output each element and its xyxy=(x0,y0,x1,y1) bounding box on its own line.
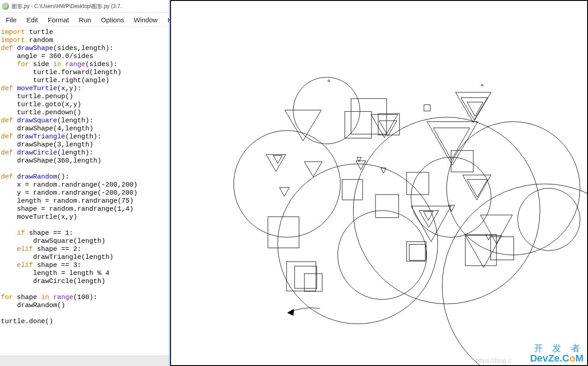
svg-rect-22 xyxy=(407,241,426,261)
menu-edit[interactable]: Edit xyxy=(21,14,43,25)
svg-marker-29 xyxy=(273,155,282,163)
svg-rect-23 xyxy=(409,244,425,260)
svg-marker-27 xyxy=(285,110,321,141)
svg-marker-28 xyxy=(266,154,286,171)
turtle-canvas xyxy=(171,1,587,365)
menu-window[interactable]: Window xyxy=(129,14,163,25)
menu-file[interactable]: File xyxy=(1,14,21,25)
svg-marker-33 xyxy=(379,121,397,136)
python-icon xyxy=(2,3,9,10)
idle-editor-window: 图形.py - C:\Users\HWP\Desktop\图形.py (3.7.… xyxy=(0,0,170,366)
status-bar xyxy=(0,356,169,366)
svg-point-6 xyxy=(446,122,580,255)
blog-watermark: https://blog.c xyxy=(476,357,511,364)
svg-marker-31 xyxy=(304,162,322,177)
svg-marker-38 xyxy=(424,212,434,220)
title-bar[interactable]: 图形.py - C:\Users\HWP\Desktop\图形.py (3.7. xyxy=(0,0,169,13)
menu-options[interactable]: Options xyxy=(96,14,129,25)
svg-rect-20 xyxy=(375,195,399,218)
svg-point-0 xyxy=(293,77,360,144)
window-title: 图形.py - C:\Users\HWP\Desktop\图形.py (3.7. xyxy=(12,3,122,10)
menu-run[interactable]: Run xyxy=(74,14,96,25)
svg-rect-26 xyxy=(491,237,514,260)
svg-rect-18 xyxy=(304,274,322,291)
svg-marker-40 xyxy=(433,128,470,160)
svg-rect-24 xyxy=(451,150,473,172)
svg-point-3 xyxy=(338,211,426,299)
menu-bar: File Edit Format Run Options Window Hel xyxy=(0,13,169,27)
svg-marker-34 xyxy=(356,161,366,170)
svg-rect-19 xyxy=(342,179,363,200)
source-code[interactable]: import turtle import random def drawShap… xyxy=(0,27,169,356)
brand-watermark: 开 发 者 DevZe.CoM xyxy=(530,344,584,363)
svg-marker-43 xyxy=(461,98,488,120)
svg-rect-17 xyxy=(295,266,317,288)
svg-point-1 xyxy=(234,131,340,237)
svg-marker-51 xyxy=(288,309,294,316)
svg-point-8 xyxy=(518,188,580,250)
svg-point-2 xyxy=(278,164,438,324)
svg-rect-15 xyxy=(268,217,299,248)
menu-format[interactable]: Format xyxy=(43,14,74,25)
svg-point-10 xyxy=(481,84,483,86)
svg-marker-30 xyxy=(279,187,289,196)
svg-point-9 xyxy=(328,80,329,82)
turtle-graphics-window: https://blog.c 开 发 者 DevZe.CoM xyxy=(170,0,588,366)
svg-rect-14 xyxy=(424,105,430,111)
svg-rect-11 xyxy=(351,99,387,134)
